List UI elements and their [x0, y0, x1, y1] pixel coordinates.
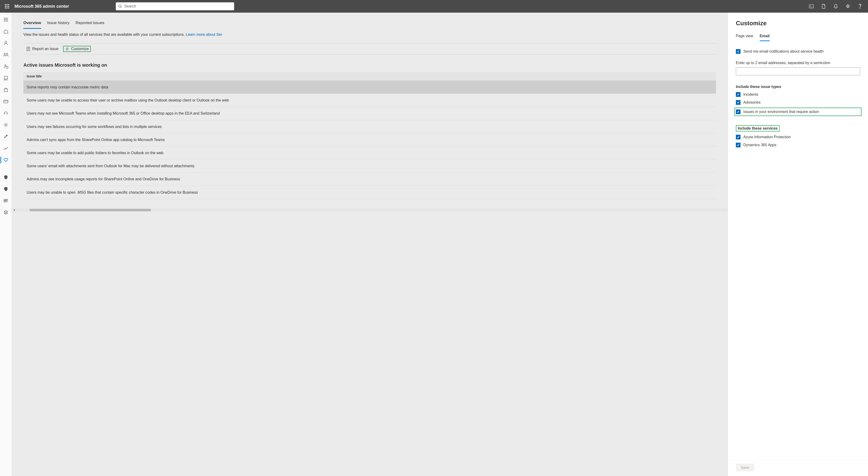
incidents-label: Incidents — [743, 92, 758, 97]
d365-checkbox[interactable] — [736, 143, 741, 147]
svg-point-20 — [5, 65, 6, 66]
svg-rect-5 — [8, 6, 9, 7]
svg-rect-22 — [4, 76, 7, 79]
issue-row[interactable]: Admins can't sync apps from the SharePoi… — [23, 133, 716, 147]
nav-settings[interactable] — [0, 121, 11, 129]
intro-text-span: View the issues and health status of all… — [23, 33, 186, 36]
waffle-icon — [5, 4, 9, 8]
env-issues-checkbox[interactable] — [736, 109, 741, 114]
svg-line-10 — [121, 7, 122, 8]
aip-checkbox[interactable] — [736, 135, 741, 139]
scroll-left-icon — [13, 209, 16, 211]
report-issue-label: Report an issue — [32, 47, 59, 51]
active-issues-heading: Active issues Microsoft is working on — [23, 62, 716, 68]
gear-icon[interactable] — [842, 1, 854, 12]
advisories-checkbox[interactable] — [736, 100, 741, 105]
issue-row[interactable]: Users may be unable to open .MSG files t… — [23, 186, 716, 199]
shell-cmd-icon[interactable] — [806, 1, 817, 12]
report-icon — [27, 47, 30, 51]
report-issue-button[interactable]: Report an issue — [24, 46, 61, 52]
tab-overview[interactable]: Overview — [23, 18, 41, 29]
issue-row[interactable]: Users may not see Microsoft Teams when i… — [23, 107, 716, 120]
nav-compliance[interactable] — [0, 185, 11, 193]
customize-panel: Customize Page view Email Send me email … — [728, 12, 868, 476]
gear-icon — [65, 47, 69, 51]
page-tabs: Overview Issue history Reported issues — [23, 18, 716, 29]
issue-row[interactable]: Some reports may contain inaccurate metr… — [23, 81, 716, 94]
customize-label: Customize — [71, 47, 89, 51]
issue-row[interactable]: Users may see failures occurring for som… — [23, 120, 716, 133]
svg-point-17 — [5, 41, 7, 43]
panel-tab-email[interactable]: Email — [760, 34, 770, 41]
nav-users[interactable] — [0, 39, 11, 47]
nav-teams[interactable] — [0, 51, 11, 59]
nav-admin-centers[interactable] — [0, 196, 11, 205]
nav-setup[interactable] — [0, 132, 11, 141]
nav-home[interactable] — [0, 27, 11, 36]
search-box[interactable] — [116, 2, 234, 10]
app-launcher-button[interactable] — [1, 1, 12, 12]
intro-text: View the issues and health status of all… — [23, 33, 716, 37]
panel-tab-page-view[interactable]: Page view — [736, 34, 753, 41]
file-icon[interactable] — [818, 1, 829, 12]
send-me-label: Send me email notifications about servic… — [743, 50, 824, 54]
nav-roles[interactable] — [0, 62, 11, 71]
svg-rect-24 — [4, 100, 8, 103]
d365-label: Dynamics 365 Apps — [743, 143, 776, 147]
main-content: Overview Issue history Reported issues V… — [12, 12, 728, 476]
tab-issue-history[interactable]: Issue history — [47, 18, 69, 29]
issue-row[interactable]: Admins may see incomplete usage reports … — [23, 172, 716, 186]
bell-icon[interactable] — [830, 1, 841, 12]
issuetype-incidents-row: Incidents — [736, 92, 860, 97]
svg-rect-21 — [6, 66, 8, 68]
svg-rect-23 — [4, 89, 7, 92]
svg-rect-3 — [5, 6, 6, 7]
services-heading-wrap: Include these services — [736, 125, 860, 131]
command-bar: Report an issue Customize — [23, 43, 716, 55]
search-icon — [118, 4, 122, 8]
service-aip-row: Azure Information Protection — [736, 135, 860, 139]
nav-resources[interactable] — [0, 86, 11, 94]
nav-security[interactable] — [0, 173, 11, 182]
svg-rect-8 — [8, 7, 9, 8]
svg-point-19 — [6, 53, 8, 55]
nav-devices[interactable] — [0, 74, 11, 82]
aip-label: Azure Information Protection — [743, 135, 791, 139]
issuetype-advisories-row: Advisories — [736, 100, 860, 105]
customize-button[interactable]: Customize — [63, 46, 91, 52]
incidents-checkbox[interactable] — [736, 92, 741, 97]
horizontal-scrollbar[interactable] — [12, 209, 728, 212]
help-icon[interactable] — [855, 1, 866, 12]
svg-point-18 — [4, 53, 5, 55]
issuetype-env-row: Issues in your environment that require … — [736, 109, 860, 115]
save-button[interactable]: Save — [736, 464, 754, 471]
issues-list: Some reports may contain inaccurate metr… — [23, 81, 716, 199]
issue-row[interactable]: Some users may be unable to add public f… — [23, 147, 716, 160]
left-nav — [0, 12, 12, 476]
email-field-label: Enter up to 2 email addresses, separated… — [736, 61, 860, 65]
issue-types-heading: Include these issue types — [736, 85, 860, 89]
scrollbar-thumb[interactable] — [29, 209, 151, 211]
svg-rect-27 — [4, 199, 6, 200]
tab-reported-issues[interactable]: Reported issues — [75, 18, 104, 29]
services-heading: Include these services — [736, 125, 780, 131]
nav-support[interactable] — [0, 109, 11, 118]
svg-point-9 — [119, 5, 121, 7]
learn-more-link[interactable]: Learn more about Ser — [186, 33, 222, 36]
nav-health[interactable] — [0, 156, 11, 164]
service-d365-row: Dynamics 365 Apps — [736, 143, 860, 147]
send-me-checkbox[interactable] — [736, 49, 741, 54]
svg-rect-2 — [8, 4, 9, 5]
issue-row[interactable]: Some users' email with attachments sent … — [23, 160, 716, 172]
nav-all[interactable] — [0, 208, 11, 217]
app-title: Microsoft 365 admin center — [12, 4, 69, 9]
svg-rect-11 — [809, 5, 813, 8]
search-input[interactable] — [124, 4, 232, 8]
svg-rect-0 — [5, 4, 6, 5]
issue-row[interactable]: Some users may be unable to access their… — [23, 94, 716, 107]
nav-hamburger[interactable] — [0, 15, 11, 24]
svg-rect-7 — [6, 7, 7, 8]
nav-billing[interactable] — [0, 97, 11, 106]
email-addresses-input[interactable] — [736, 67, 860, 75]
nav-reports[interactable] — [0, 144, 11, 153]
